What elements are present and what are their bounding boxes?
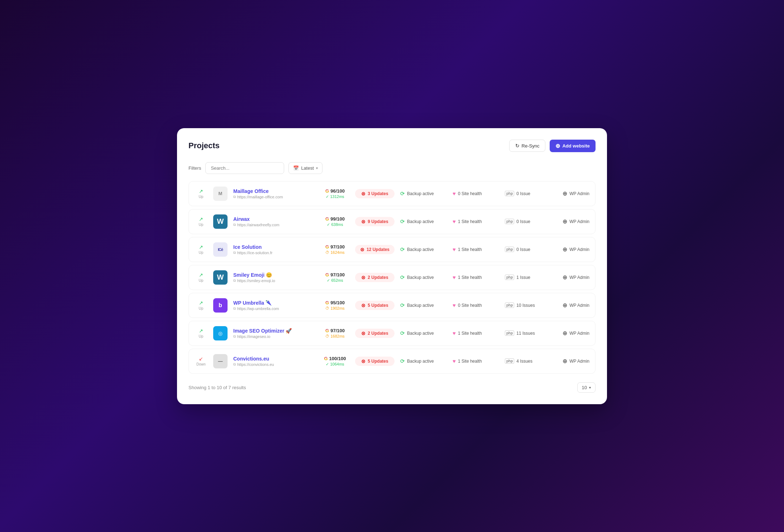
per-page-selector[interactable]: 10 ▾	[577, 382, 596, 393]
google-icon: G	[324, 356, 328, 361]
google-score: G 99/100	[325, 216, 345, 222]
date-filter[interactable]: 📅 Latest ▾	[288, 162, 322, 174]
heart-icon: ♥	[453, 330, 456, 336]
wp-admin-col[interactable]: ⊕ WP Admin	[557, 358, 589, 364]
backup-icon: ⟳	[400, 330, 405, 337]
add-website-button[interactable]: ⊕ Add website	[550, 140, 596, 152]
wp-admin-col[interactable]: ⊕ WP Admin	[557, 190, 589, 197]
updates-badge[interactable]: ⊗ 2 Updates	[355, 329, 395, 338]
wp-admin-text: WP Admin	[569, 331, 589, 336]
table-row: ↗ Up W Airwax ⧉ https://airwaxfreefly.co…	[188, 209, 596, 234]
updates-badge[interactable]: ⊗ 2 Updates	[355, 273, 395, 282]
updates-text: 5 Updates	[368, 303, 388, 308]
status-text: Up	[199, 251, 204, 255]
issues-col: php 0 Issue	[505, 247, 551, 252]
issues-col: php 0 Issue	[505, 191, 551, 196]
heart-icon: ♥	[453, 246, 456, 252]
table-row: ↗ Up ICē Ice Solution ⧉ https://ice-solu…	[188, 237, 596, 262]
updates-badge[interactable]: ⊗ 5 Updates	[355, 301, 395, 310]
google-score: G 100/100	[324, 356, 346, 361]
issues-text: 1 Issue	[516, 275, 530, 280]
status-text: Up	[199, 223, 204, 227]
status-arrow-icon: ↗	[199, 300, 203, 306]
site-name[interactable]: Image SEO Optimizer 🚀	[233, 328, 315, 334]
link-icon: ⧉	[233, 223, 236, 227]
chevron-down-icon: ▾	[589, 386, 591, 390]
site-url: ⧉ https://maillage-office.com	[233, 195, 315, 199]
site-info: Image SEO Optimizer 🚀 ⧉ https://imageseo…	[233, 328, 315, 339]
wp-admin-col[interactable]: ⊕ WP Admin	[557, 218, 589, 225]
wp-admin-text: WP Admin	[569, 303, 589, 308]
resync-button[interactable]: ↻ Re-Sync	[509, 140, 546, 152]
site-name[interactable]: Convictions.eu	[233, 356, 315, 362]
link-icon: ⧉	[233, 306, 236, 311]
updates-badge[interactable]: ⊗ 3 Updates	[355, 189, 395, 198]
google-icon: G	[325, 272, 329, 277]
site-health-col: ♥ 0 Site health	[453, 302, 499, 308]
site-logo: ◎	[213, 326, 228, 340]
site-health-col: ♥ 1 Site health	[453, 218, 499, 224]
site-url: ⧉ https://imageseo.io	[233, 334, 315, 339]
updates-icon: ⊗	[361, 191, 365, 197]
table-row: ↗ Up W Smiley Emoji 😊 ⧉ https://smiley-e…	[188, 265, 596, 290]
backup-col: ⟳ Backup active	[400, 190, 447, 197]
wp-admin-col[interactable]: ⊕ WP Admin	[557, 246, 589, 253]
status-arrow-icon: ↗	[199, 272, 203, 278]
status-arrow-icon: ↙	[199, 356, 203, 362]
updates-badge[interactable]: ⊗ 12 Updates	[355, 245, 395, 254]
site-url: ⧉ https://ice-solution.fr	[233, 251, 315, 255]
updates-text: 3 Updates	[368, 191, 388, 196]
score-col: G 97/100 ✓ 652ms	[321, 272, 349, 283]
site-name[interactable]: Ice Solution	[233, 244, 315, 250]
status-text: Up	[199, 195, 204, 199]
status-col: ↗ Up	[195, 328, 207, 338]
google-icon: G	[325, 244, 329, 250]
status-text: Up	[199, 279, 204, 282]
wordpress-icon: ⊕	[563, 274, 567, 281]
calendar-icon: 📅	[293, 165, 299, 171]
issues-text: 0 Issue	[516, 191, 530, 196]
updates-icon: ⊗	[360, 247, 364, 252]
php-icon: php	[505, 275, 514, 280]
wp-admin-col[interactable]: ⊕ WP Admin	[557, 274, 589, 281]
heart-icon: ♥	[453, 358, 456, 364]
site-info: Convictions.eu ⧉ https://convictions.eu	[233, 356, 315, 367]
updates-badge[interactable]: ⊗ 5 Updates	[355, 357, 395, 366]
site-health-col: ♥ 0 Site health	[453, 190, 499, 197]
toolbar: Filters 📅 Latest ▾	[188, 162, 596, 174]
backup-icon: ⟳	[400, 274, 405, 281]
header: Projects ↻ Re-Sync ⊕ Add website	[188, 140, 596, 152]
php-icon: php	[505, 219, 514, 224]
wp-admin-text: WP Admin	[569, 247, 589, 252]
site-url: ⧉ https://wp-umbrella.com	[233, 306, 315, 311]
speed-icon: ⏱	[325, 334, 329, 338]
wp-admin-col[interactable]: ⊕ WP Admin	[557, 302, 589, 309]
site-name[interactable]: Maillage Office	[233, 188, 315, 194]
site-health-text: 1 Site health	[458, 331, 482, 336]
google-score: G 95/100	[325, 300, 345, 305]
search-input[interactable]	[205, 162, 284, 174]
site-health-col: ♥ 1 Site health	[453, 358, 499, 364]
site-name[interactable]: Airwax	[233, 216, 315, 222]
site-name[interactable]: WP Umbrella 🌂	[233, 300, 315, 306]
site-health-text: 1 Site health	[458, 219, 482, 224]
status-col: ↗ Up	[195, 272, 207, 282]
backup-text: Backup active	[407, 359, 434, 364]
speed-indicator: ✓ 1064ms	[326, 362, 344, 367]
speed-indicator: ⏱ 1682ms	[325, 334, 344, 338]
wp-admin-text: WP Admin	[569, 359, 589, 364]
site-info: Ice Solution ⧉ https://ice-solution.fr	[233, 244, 315, 255]
speed-indicator: ✓ 652ms	[327, 278, 343, 283]
wp-admin-text: WP Admin	[569, 275, 589, 280]
updates-badge[interactable]: ⊗ 9 Updates	[355, 217, 395, 226]
wp-admin-col[interactable]: ⊕ WP Admin	[557, 330, 589, 337]
footer: Showing 1 to 10 of 7 results 10 ▾	[188, 382, 596, 393]
status-text: Up	[199, 334, 204, 338]
status-arrow-icon: ↗	[199, 328, 203, 334]
backup-icon: ⟳	[400, 190, 405, 197]
site-url: ⧉ https://convictions.eu	[233, 362, 315, 367]
site-name[interactable]: Smiley Emoji 😊	[233, 272, 315, 278]
site-logo: W	[213, 214, 228, 229]
header-actions: ↻ Re-Sync ⊕ Add website	[509, 140, 596, 152]
issues-text: 0 Issue	[516, 247, 530, 252]
